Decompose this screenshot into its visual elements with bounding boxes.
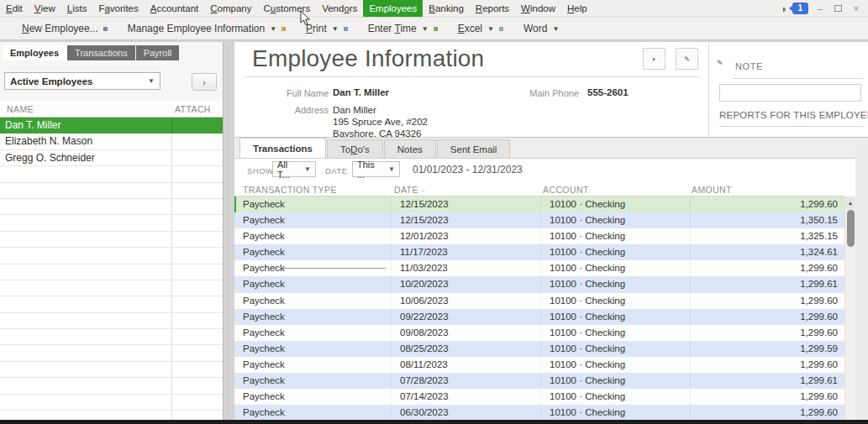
note-panel: ✎ NOTE REPORTS FOR THIS EMPLOYEE [708,42,868,137]
attach-cell [171,199,223,214]
transaction-row[interactable]: Paycheck08/25/202310100 · Checking1,299.… [234,341,844,357]
show-filter-label: SHOW [247,166,274,175]
toolbar-button-new-employee[interactable]: New Employee... [12,18,118,39]
menu-item-window[interactable]: Window [515,0,561,17]
tab-transactions[interactable]: Transactions [239,138,326,158]
transaction-row[interactable]: Paycheck12/15/202310100 · Checking1,350.… [234,212,844,228]
show-filter-dropdown[interactable]: All T... ▼ [272,161,316,177]
close-button[interactable]: × [850,3,863,14]
tab-transactions[interactable]: Transactions [67,45,135,60]
toolbar-button-label: Excel [458,23,482,34]
note-field[interactable] [719,84,861,102]
main-phone-label: Main Phone [512,88,579,98]
menu-item-lists[interactable]: Lists [61,0,93,17]
reminder-clock-icon[interactable]: ◗ [781,3,788,14]
transaction-amount-cell: 1,299.60 [691,357,844,373]
transaction-type-column-header[interactable]: TRANSACTION TYPE [243,185,337,195]
transaction-row[interactable]: Paycheck07/14/202310100 · Checking1,299.… [234,389,844,405]
toolbar-button-print[interactable]: Print▼ [296,18,358,39]
menu-item-favorites[interactable]: Favorites [92,0,144,17]
tab-employees[interactable]: Employees [3,45,66,60]
transaction-amount-cell: 1,299.61 [691,276,844,292]
attach-cell [171,313,223,328]
transaction-row[interactable]: Paycheck10/06/202310100 · Checking1,299.… [234,293,844,309]
menu-item-employees[interactable]: Employees [363,0,423,17]
transaction-row[interactable]: Paycheck09/08/202310100 · Checking1,299.… [234,325,844,341]
transaction-date-cell: 08/25/2023 [392,341,541,357]
tab-to-do-s[interactable]: To Do's [327,139,383,158]
menu-item-company[interactable]: Company [204,0,257,17]
transaction-row[interactable]: Paycheck09/22/202310100 · Checking1,299.… [234,309,844,325]
employee-view-dropdown[interactable]: Active Employees ▼ [4,72,160,90]
employee-name [0,345,171,360]
collapse-panel-button[interactable]: › [192,73,217,91]
transaction-account-cell: 10100 · Checking [541,325,691,341]
tab-sent-email[interactable]: Sent Email [437,139,511,158]
transaction-type-cell: Paycheck [234,212,392,228]
transaction-row[interactable]: Paycheck10/20/202310100 · Checking1,299.… [234,276,844,292]
toolbar-button-enter-time[interactable]: Enter Time▼ [358,18,448,39]
attach-column-header[interactable]: ATTACH [175,104,211,114]
transaction-row[interactable]: Paycheck08/11/202310100 · Checking1,299.… [234,357,844,373]
transaction-amount-cell: 1,350.15 [691,212,844,228]
menu-item-view[interactable]: View [29,0,61,17]
transaction-amount-cell: 1,299.61 [691,373,844,389]
attach-cell [171,166,223,181]
menu-item-reports[interactable]: Reports [470,0,515,17]
empty-list-row [0,183,223,199]
transaction-amount-cell: 1,299.60 [691,196,844,212]
transaction-row[interactable]: Paycheck12/15/202310100 · Checking1,299.… [234,196,844,212]
date-filter-dropdown[interactable]: This ... ▼ [352,161,400,177]
scrollbar-thumb[interactable] [847,210,855,247]
left-panel-tabs: EmployeesTransactionsPayroll [3,45,180,60]
toolbar-button-label: New Employee... [22,23,98,34]
employee-row-dan-t-miller[interactable]: Dan T. Miller [0,118,223,133]
menu-item-help[interactable]: Help [561,0,593,17]
menu-item-accountant[interactable]: Accountant [145,0,205,17]
transaction-date-cell: 09/22/2023 [392,309,541,325]
transaction-row[interactable]: Paycheck11/03/202310100 · Checking1,299.… [234,260,844,276]
minimize-button[interactable]: – [813,3,827,14]
employee-row-elizabeth-n-mason[interactable]: Elizabeth N. Mason [0,133,223,149]
transaction-date-cell: 12/01/2023 [392,228,541,244]
menu-item-banking[interactable]: Banking [423,0,470,17]
transaction-row[interactable]: Paycheck07/28/202310100 · Checking1,299.… [234,373,844,389]
toolbar-button-manage-employee-information[interactable]: Manage Employee Information▼ [118,18,296,39]
employee-name [0,378,171,393]
restore-button[interactable] [834,5,842,12]
transaction-row[interactable]: Paycheck12/01/202310100 · Checking1,325.… [234,228,844,244]
transaction-amount-cell: 1,299.60 [691,260,844,276]
employee-name: Dan T. Miller [0,118,171,133]
employee-row-gregg-o-schneider[interactable]: Gregg O. Schneider [0,150,223,166]
transaction-row[interactable]: Paycheck11/17/202310100 · Checking1,324.… [234,244,844,260]
main-content: Employee Information ◗ ✎ Full Name Dan T… [234,42,868,420]
employee-name [0,166,171,181]
account-column-header[interactable]: ACCOUNT [543,185,589,195]
menu-item-vendors[interactable]: Vendors [316,0,363,17]
menu-bar: EditViewListsFavoritesAccountantCompanyC… [0,0,868,18]
icon-toolbar: New Employee...Manage Employee Informati… [0,18,868,40]
name-column-header[interactable]: NAME [7,104,34,114]
tab-notes[interactable]: Notes [384,139,436,158]
edit-note-pencil-icon[interactable]: ✎ [717,59,723,67]
transaction-row[interactable]: Paycheck06/30/202310100 · Checking1,299.… [234,405,844,420]
toolbar-button-excel[interactable]: Excel▼ [448,18,513,39]
date-column-header[interactable]: DATE [394,185,418,195]
tab-payroll[interactable]: Payroll [136,45,180,60]
transaction-date-cell: 08/11/2023 [392,357,541,373]
transactions-scrollbar[interactable]: ▲ [844,196,855,420]
chevron-down-icon: ▼ [332,25,339,33]
notification-badge[interactable]: 1 [792,3,808,14]
amount-column-header[interactable]: AMOUNT [692,185,732,195]
toolbar-badge-icon [281,27,286,31]
empty-list-row [0,395,223,411]
transaction-type-cell: Paycheck [234,228,392,244]
menu-item-edit[interactable]: Edit [0,0,29,17]
timesheet-button[interactable]: ◗ [643,48,665,70]
transaction-amount-cell: 1,299.60 [691,405,844,420]
scroll-up-arrow-icon[interactable]: ▲ [845,196,855,209]
menu-item-customers[interactable]: Customers [258,0,317,17]
edit-employee-button[interactable]: ✎ [676,48,698,70]
transaction-date-cell: 12/15/2023 [392,196,541,212]
toolbar-button-word[interactable]: Word▼ [513,18,569,39]
